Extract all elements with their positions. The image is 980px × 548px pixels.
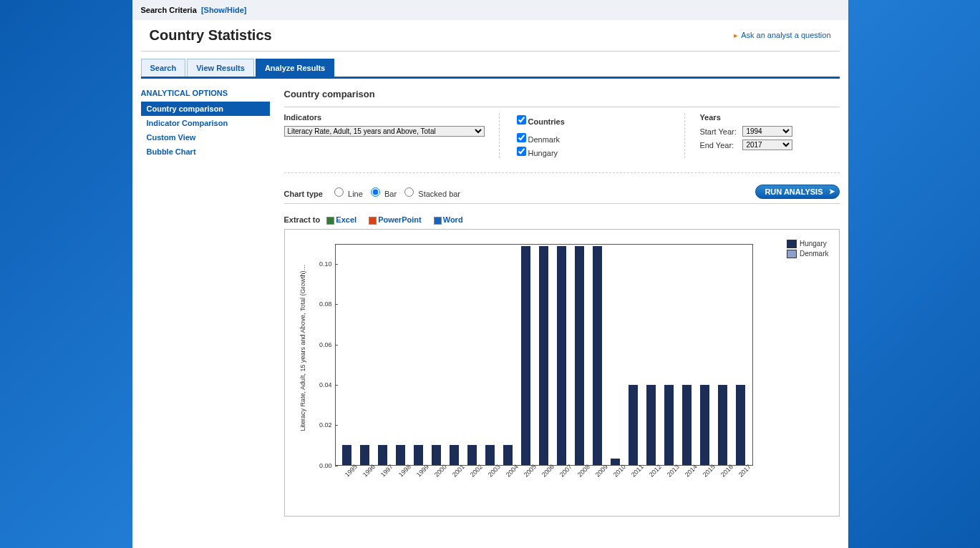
page-title: Country Statistics <box>150 27 272 44</box>
x-tick: 1995 <box>344 463 359 478</box>
countries-all-checkbox[interactable] <box>517 115 526 124</box>
bar-hungary <box>450 445 459 465</box>
bar-hungary <box>396 445 405 465</box>
chart-type-label: Chart type <box>284 190 323 198</box>
bar-slot: 1999 <box>409 245 427 465</box>
legend-swatch-denmark <box>787 250 797 258</box>
y-tick: 0.00 <box>319 462 335 469</box>
y-tick: 0.04 <box>319 381 335 388</box>
powerpoint-icon <box>369 217 377 225</box>
sidebar-item-bubble-chart[interactable]: Bubble Chart <box>141 145 270 159</box>
end-year-label: End Year: <box>699 141 742 150</box>
bar-hungary <box>593 246 602 464</box>
sidebar-item-custom-view[interactable]: Custom View <box>141 130 270 145</box>
bar-hungary <box>736 385 745 465</box>
bar-slot: 2017 <box>732 245 749 465</box>
bar-hungary <box>718 385 727 465</box>
countries-label: Countries <box>514 113 671 127</box>
tab-search[interactable]: Search <box>141 59 186 77</box>
word-icon <box>434 217 442 225</box>
bar-slot: 2000 <box>427 245 445 465</box>
x-tick: 2008 <box>576 463 591 478</box>
bar-slot: 2006 <box>535 245 553 465</box>
extract-word-link[interactable]: Word <box>434 215 463 224</box>
sidebar: ANALYTICAL OPTIONS Country comparison In… <box>141 89 270 517</box>
bar-hungary <box>700 385 709 465</box>
bar-slot: 2004 <box>499 245 517 465</box>
search-criteria-bar: Search Criteria [Show/Hide] <box>132 0 848 20</box>
x-tick: 2016 <box>719 463 734 478</box>
bar-slot: 2015 <box>696 245 714 465</box>
x-tick: 2001 <box>451 463 466 478</box>
end-year-select[interactable]: 2017 <box>742 140 792 150</box>
chart-type-bar-radio[interactable] <box>371 187 380 197</box>
bar-hungary <box>485 445 495 465</box>
bar-slot: 1997 <box>374 245 392 465</box>
years-label: Years <box>699 113 825 122</box>
start-year-select[interactable]: 1994 <box>742 126 792 137</box>
show-hide-link[interactable]: [Show/Hide] <box>201 6 247 14</box>
chart-type-line-radio[interactable] <box>334 187 344 197</box>
bar-hungary <box>664 385 674 465</box>
bar-hungary <box>539 246 548 464</box>
x-tick: 2003 <box>487 463 502 478</box>
bar-slot: 1998 <box>392 245 409 465</box>
x-tick: 2006 <box>540 463 556 478</box>
y-tick: 0.10 <box>319 260 335 268</box>
x-tick: 2005 <box>523 463 538 478</box>
bar-hungary <box>378 445 387 465</box>
bar-hungary <box>611 459 620 464</box>
legend-swatch-hungary <box>787 240 797 248</box>
extract-label: Extract to <box>284 215 321 224</box>
extract-ppt-link[interactable]: PowerPoint <box>369 215 422 224</box>
x-tick: 2012 <box>648 463 663 478</box>
legend: Hungary Denmark <box>787 240 829 260</box>
x-tick: 2004 <box>505 463 520 478</box>
chart-type-stacked-radio[interactable] <box>404 187 414 197</box>
bar-slot: 2002 <box>463 245 481 465</box>
sidebar-item-country-comparison[interactable]: Country comparison <box>141 102 270 116</box>
x-tick: 2010 <box>612 463 627 478</box>
bar-hungary <box>432 445 441 465</box>
chart: Literacy Rate, Adult, 15 years and Above… <box>284 229 840 517</box>
bar-hungary <box>342 445 351 465</box>
bar-slot: 2008 <box>571 245 588 465</box>
search-criteria-label: Search Criteria <box>141 6 197 14</box>
excel-icon <box>326 217 334 225</box>
bar-slot: 1995 <box>338 245 356 465</box>
bar-slot: 2012 <box>642 245 660 465</box>
tab-analyze-results[interactable]: Analyze Results <box>256 59 334 77</box>
x-tick: 1999 <box>415 463 430 478</box>
bar-slot: 2005 <box>517 245 535 465</box>
bar-slot: 2016 <box>714 245 732 465</box>
bar-hungary <box>414 445 423 465</box>
extract-excel-link[interactable]: Excel <box>326 215 356 224</box>
bar-slot: 2011 <box>624 245 642 465</box>
bar-hungary <box>629 385 638 465</box>
start-year-label: Start Year: <box>699 127 742 136</box>
legend-hungary: Hungary <box>800 240 827 248</box>
x-tick: 2013 <box>666 463 681 478</box>
x-tick: 1998 <box>397 463 412 478</box>
tabs: Search View Results Analyze Results <box>141 59 840 79</box>
legend-denmark: Denmark <box>800 250 829 258</box>
sidebar-heading: ANALYTICAL OPTIONS <box>141 89 270 97</box>
ask-analyst-link[interactable]: Ask an analyst a question <box>734 31 830 40</box>
bar-slot: 2007 <box>553 245 571 465</box>
country-denmark-checkbox[interactable] <box>517 133 526 142</box>
country-hungary-checkbox[interactable] <box>517 147 526 156</box>
bar-slot: 1996 <box>356 245 374 465</box>
sidebar-item-indicator-comparison[interactable]: Indicator Comparison <box>141 116 270 130</box>
bar-slot: 2009 <box>588 245 606 465</box>
country-denmark-label: Denmark <box>528 135 561 144</box>
indicators-select[interactable]: Literacy Rate, Adult, 15 years and Above… <box>284 126 485 137</box>
bar-hungary <box>682 385 692 465</box>
y-tick: 0.02 <box>319 421 335 429</box>
bar-hungary <box>557 246 566 464</box>
y-axis-label: Literacy Rate, Adult, 15 years and Above… <box>299 258 306 437</box>
panel-title: Country comparison <box>284 89 840 107</box>
x-tick: 1996 <box>362 463 377 478</box>
tab-view-results[interactable]: View Results <box>187 59 254 77</box>
bar-hungary <box>360 445 369 465</box>
run-analysis-button[interactable]: RUN ANALYSIS <box>755 185 839 199</box>
